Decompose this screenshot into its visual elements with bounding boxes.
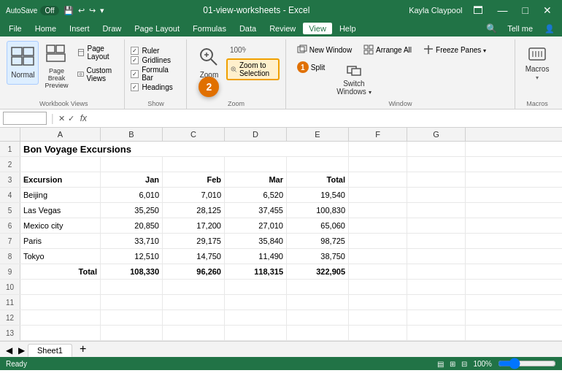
maximize-icon[interactable]: □ — [518, 3, 533, 18]
cell-b5[interactable]: 35,250 — [101, 203, 163, 218]
row-num-3[interactable]: 3 — [0, 172, 20, 187]
cell-g3[interactable] — [407, 172, 466, 187]
corner-cell[interactable] — [0, 128, 20, 141]
cell-c3[interactable]: Feb — [163, 172, 225, 187]
cell-c7[interactable]: 29,175 — [163, 234, 225, 248]
cell-g2[interactable] — [407, 157, 466, 172]
cell-g6[interactable] — [407, 218, 466, 233]
zoom-100-button[interactable]: 100% — [226, 42, 279, 57]
cell-e7[interactable]: 98,725 — [287, 234, 349, 248]
cell-f8[interactable] — [349, 249, 407, 264]
cell-f9[interactable] — [349, 264, 407, 279]
view-page-icon[interactable]: ⊟ — [461, 360, 467, 368]
col-header-e[interactable]: E — [287, 128, 349, 141]
new-window-button[interactable]: New Window — [292, 42, 357, 57]
cell-g9[interactable] — [407, 264, 466, 279]
cell-e8[interactable]: 38,750 — [287, 249, 349, 264]
menu-help[interactable]: Help — [334, 23, 362, 34]
cell-f6[interactable] — [349, 218, 407, 233]
cell-e3[interactable]: Total — [287, 172, 349, 187]
formula-bar-checkbox[interactable]: Formula Bar — [131, 66, 180, 82]
share-icon[interactable]: 👤 — [540, 23, 559, 35]
normal-view-button[interactable]: Normal — [7, 41, 39, 85]
cell-c6[interactable]: 17,200 — [163, 218, 225, 233]
cell-a3[interactable]: Excursion — [20, 172, 101, 187]
sheet-tab-nav-left[interactable]: ◀ — [3, 344, 15, 357]
sheet-tab-nav-right[interactable]: ▶ — [15, 344, 28, 357]
cell-a4[interactable]: Beijing — [20, 188, 101, 202]
menu-formulas[interactable]: Formulas — [187, 23, 232, 34]
freeze-panes-button[interactable]: Freeze Panes ▾ — [418, 42, 491, 57]
view-layout-icon[interactable]: ⊞ — [450, 360, 455, 368]
page-layout-button[interactable]: Page Layout — [74, 42, 120, 63]
cell-e2[interactable] — [287, 157, 349, 172]
cell-d5[interactable]: 37,455 — [225, 203, 287, 218]
cancel-formula-icon[interactable]: ✕ — [58, 114, 65, 123]
confirm-formula-icon[interactable]: ✓ — [68, 114, 74, 123]
col-header-a[interactable]: A — [20, 128, 101, 141]
row-num-12[interactable]: 12 — [0, 310, 20, 325]
formula-input[interactable] — [90, 112, 559, 125]
cell-a2[interactable] — [20, 157, 101, 172]
menu-data[interactable]: Data — [234, 23, 262, 34]
row-num-4[interactable]: 4 — [0, 188, 20, 202]
menu-review[interactable]: Review — [263, 23, 301, 34]
tell-me[interactable]: Tell me — [501, 23, 539, 34]
row-num-11[interactable]: 11 — [0, 295, 20, 310]
row-num-10[interactable]: 10 — [0, 280, 20, 294]
row-num-5[interactable]: 5 — [0, 203, 20, 218]
cell-d8[interactable]: 11,490 — [225, 249, 287, 264]
cell-c5[interactable]: 28,125 — [163, 203, 225, 218]
cell-d9[interactable]: 118,315 — [225, 264, 287, 279]
menu-view[interactable]: View — [303, 23, 332, 34]
cell-c4[interactable]: 7,010 — [163, 188, 225, 202]
cell-b7[interactable]: 33,710 — [101, 234, 163, 248]
cell-g4[interactable] — [407, 188, 466, 202]
menu-home[interactable]: Home — [29, 23, 62, 34]
row-num-1[interactable]: 1 — [0, 142, 20, 156]
row-num-8[interactable]: 8 — [0, 249, 20, 264]
cell-b6[interactable]: 20,850 — [101, 218, 163, 233]
zoom-slider[interactable] — [498, 358, 556, 369]
cell-g8[interactable] — [407, 249, 466, 264]
cell-f1[interactable] — [349, 142, 407, 156]
cell-g1[interactable] — [407, 142, 466, 156]
cell-f5[interactable] — [349, 203, 407, 218]
cell-a8[interactable]: Tokyo — [20, 249, 101, 264]
ruler-checkbox[interactable]: Ruler — [131, 47, 180, 55]
restore-icon[interactable]: 🗖 — [469, 3, 488, 18]
macros-button[interactable]: Macros ▾ — [520, 41, 555, 85]
row-num-7[interactable]: 7 — [0, 234, 20, 248]
cell-g7[interactable] — [407, 234, 466, 248]
cell-g5[interactable] — [407, 203, 466, 218]
col-header-d[interactable]: D — [225, 128, 287, 141]
name-box[interactable] — [3, 112, 47, 125]
col-header-f[interactable]: F — [349, 128, 407, 141]
arrange-all-button[interactable]: Arrange All — [358, 42, 417, 57]
cell-f7[interactable] — [349, 234, 407, 248]
row-num-9[interactable]: 9 — [0, 264, 20, 279]
close-icon[interactable]: ✕ — [539, 3, 556, 18]
row-num-2[interactable]: 2 — [0, 157, 20, 172]
page-break-preview-button[interactable]: Page Break Preview — [40, 41, 72, 93]
switch-windows-button[interactable]: SwitchWindows ▾ — [331, 59, 376, 99]
cell-c2[interactable] — [163, 157, 225, 172]
cell-a9[interactable]: Total — [20, 264, 101, 279]
cell-a1[interactable]: Bon Voyage Excursions — [20, 142, 349, 156]
autosave-toggle[interactable]: Off — [40, 6, 58, 15]
split-button[interactable]: 1 Split — [292, 59, 330, 75]
cell-c9[interactable]: 96,260 — [163, 264, 225, 279]
menu-page-layout[interactable]: Page Layout — [128, 23, 185, 34]
custom-views-button[interactable]: Custom Views — [74, 64, 120, 85]
redo-icon[interactable]: ↪ — [89, 6, 96, 15]
cell-f3[interactable] — [349, 172, 407, 187]
cell-f4[interactable] — [349, 188, 407, 202]
cell-a5[interactable]: Las Vegas — [20, 203, 101, 218]
menu-file[interactable]: File — [3, 23, 28, 34]
cell-a7[interactable]: Paris — [20, 234, 101, 248]
undo-icon[interactable]: ↩ — [78, 6, 85, 15]
cell-c8[interactable]: 14,750 — [163, 249, 225, 264]
cell-d2[interactable] — [225, 157, 287, 172]
minimize-icon[interactable]: — — [493, 3, 512, 18]
cell-d6[interactable]: 27,010 — [225, 218, 287, 233]
